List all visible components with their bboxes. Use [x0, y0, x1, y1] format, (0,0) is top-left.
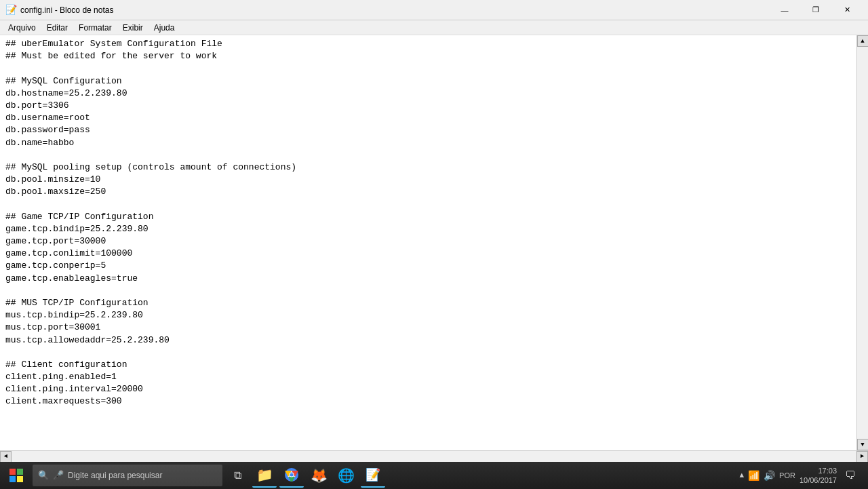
close-button[interactable]: ✕ — [831, 0, 863, 20]
file-explorer-button[interactable]: 📁 — [252, 463, 277, 488]
restore-button[interactable]: ❐ — [800, 0, 831, 20]
start-button[interactable] — [3, 462, 30, 489]
search-bar[interactable]: 🔍 🎤 Digite aqui para pesquisar — [33, 465, 222, 486]
horizontal-scrollbar[interactable]: ◄ ► — [0, 450, 868, 462]
volume-icon[interactable]: 🔊 — [764, 470, 775, 482]
menu-item-editar[interactable]: Editar — [41, 22, 73, 34]
search-placeholder: Digite aqui para pesquisar — [68, 471, 162, 480]
scroll-track-vertical[interactable] — [857, 47, 869, 439]
clock-date: 10/06/2017 — [800, 475, 837, 485]
microphone-icon: 🎤 — [53, 470, 64, 481]
search-icon: 🔍 — [38, 470, 49, 481]
text-editor[interactable]: ## uberEmulator System Configuration Fil… — [0, 35, 856, 450]
system-clock[interactable]: 17:03 10/06/2017 — [800, 466, 837, 486]
notepad-taskbar-button[interactable]: 📝 — [361, 463, 385, 488]
language-indicator[interactable]: POR — [779, 471, 795, 480]
app5-button[interactable]: 🌐 — [334, 463, 358, 488]
task-view-button[interactable]: ⧉ — [225, 463, 250, 488]
firefox-button[interactable]: 🦊 — [307, 463, 331, 488]
taskbar: 🔍 🎤 Digite aqui para pesquisar ⧉ 📁 🦊 🌐 📝… — [0, 462, 868, 489]
clock-time: 17:03 — [800, 466, 837, 475]
app-icon: 📝 — [5, 5, 16, 16]
notification-button[interactable]: 🗨 — [841, 466, 860, 485]
window-controls: — ❐ ✕ — [769, 0, 863, 20]
vertical-scrollbar[interactable]: ▲ ▼ — [856, 35, 868, 450]
scroll-left-button[interactable]: ◄ — [0, 451, 12, 463]
titlebar: 📝 config.ini - Bloco de notas — ❐ ✕ — [0, 0, 868, 20]
scroll-down-button[interactable]: ▼ — [857, 439, 869, 450]
scroll-right-button[interactable]: ► — [856, 451, 868, 463]
editor-area: ## uberEmulator System Configuration Fil… — [0, 35, 868, 462]
notepad-window: 📝 config.ini - Bloco de notas — ❐ ✕ Arqu… — [0, 0, 868, 462]
menubar: ArquivoEditarFormatarExibirAjuda — [0, 20, 868, 35]
scroll-up-button[interactable]: ▲ — [857, 35, 869, 47]
menu-item-ajuda[interactable]: Ajuda — [149, 22, 180, 34]
menu-item-formatar[interactable]: Formatar — [73, 22, 117, 34]
menu-item-arquivo[interactable]: Arquivo — [3, 22, 41, 34]
menu-item-exibir[interactable]: Exibir — [117, 22, 149, 34]
svg-point-4 — [290, 473, 294, 477]
taskbar-right: ▲ 📶 🔊 POR 17:03 10/06/2017 🗨 — [739, 466, 865, 486]
network-icon[interactable]: 📶 — [748, 470, 760, 482]
minimize-button[interactable]: — — [769, 0, 800, 20]
main-area: ## uberEmulator System Configuration Fil… — [0, 35, 868, 450]
window-title: config.ini - Bloco de notas — [20, 5, 769, 15]
tray-chevron[interactable]: ▲ — [739, 471, 744, 480]
chrome-button[interactable] — [279, 463, 304, 488]
